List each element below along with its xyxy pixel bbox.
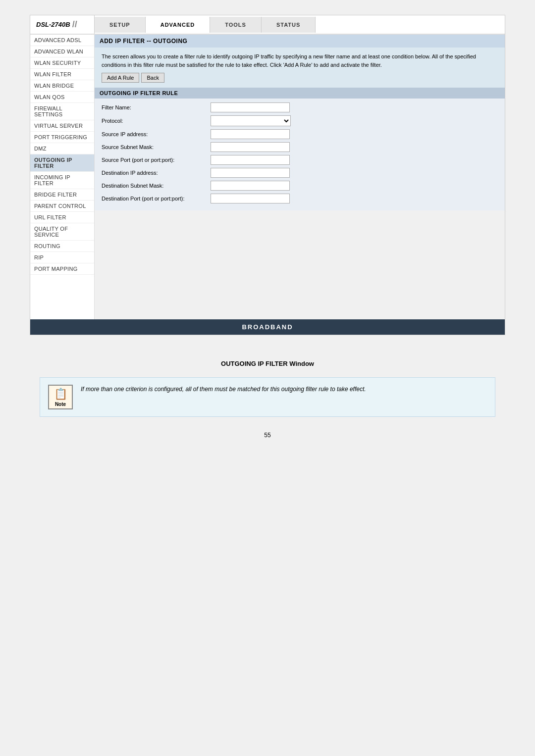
protocol-select[interactable]: TCP UDP ICMP <box>211 115 291 126</box>
note-icon-label: Note <box>55 402 66 407</box>
sidebar-item-incoming-ip-filter[interactable]: INCOMING IP FILTER <box>30 172 94 189</box>
sidebar: ADVANCED ADSL ADVANCED WLAN WLAN SECURIT… <box>30 35 95 319</box>
note-icon-container: 📋 Note <box>48 385 73 409</box>
sidebar-item-rip[interactable]: RIP <box>30 252 94 263</box>
sidebar-item-advanced-adsl[interactable]: ADVANCED ADSL <box>30 35 94 46</box>
source-ip-row: Source IP address: <box>102 129 498 139</box>
description-text: The screen allows you to create a filter… <box>102 52 498 69</box>
dest-subnet-input[interactable] <box>211 181 290 191</box>
source-ip-label: Source IP address: <box>102 131 211 137</box>
back-button[interactable]: Back <box>141 73 164 83</box>
footer-label: BROADBAND <box>242 323 293 331</box>
sidebar-item-wlan-filter[interactable]: WLAN FILTER <box>30 69 94 80</box>
filter-name-row: Filter Name: <box>102 102 498 112</box>
window-title: OUTGOING IP FILTER Window <box>30 360 505 367</box>
note-icon-img: 📋 <box>54 388 67 401</box>
sidebar-item-wlan-qos[interactable]: WLAN QOS <box>30 92 94 103</box>
main-section-header: ADD IP FILTER -- OUTGOING <box>95 35 505 48</box>
filter-name-label: Filter Name: <box>102 104 211 110</box>
page-number: 55 <box>30 432 505 439</box>
content-spacer <box>95 210 505 319</box>
button-group: Add A Rule Back <box>102 73 498 83</box>
source-port-label: Source Port (port or port:port): <box>102 157 211 163</box>
sidebar-item-routing[interactable]: ROUTING <box>30 241 94 252</box>
logo-text: DSL-2740B <box>36 21 70 28</box>
sidebar-item-url-filter[interactable]: URL FILTER <box>30 212 94 223</box>
logo-area: DSL-2740B // <box>30 15 95 34</box>
dest-ip-row: Destination IP address: <box>102 168 498 178</box>
tab-setup[interactable]: SETUP <box>95 17 146 33</box>
tab-tools[interactable]: TOOLS <box>210 17 262 33</box>
nav-tabs: SETUP ADVANCED TOOLS STATUS <box>95 17 505 33</box>
filter-name-input[interactable] <box>211 102 290 112</box>
sidebar-item-advanced-wlan[interactable]: ADVANCED WLAN <box>30 46 94 57</box>
rule-section-header: OUTGOING IP FILTER RULE <box>95 88 505 99</box>
protocol-label: Protocol: <box>102 118 211 124</box>
source-subnet-row: Source Subnet Mask: <box>102 142 498 152</box>
sidebar-item-parent-control[interactable]: PARENT CONTROL <box>30 201 94 212</box>
footer-bar: BROADBAND <box>30 319 505 335</box>
description-block: The screen allows you to create a filter… <box>95 48 505 88</box>
sidebar-item-outgoing-ip-filter[interactable]: OUTGOING IP FILTER <box>30 154 94 172</box>
sidebar-item-wlan-bridge[interactable]: WLAN BRIDGE <box>30 80 94 92</box>
protocol-row: Protocol: TCP UDP ICMP <box>102 115 498 126</box>
dest-ip-input[interactable] <box>211 168 290 178</box>
source-subnet-input[interactable] <box>211 142 290 152</box>
sidebar-item-virtual-server[interactable]: VIRTUAL SERVER <box>30 120 94 132</box>
below-section: OUTGOING IP FILTER Window 📋 Note If more… <box>30 350 505 449</box>
sidebar-item-bridge-filter[interactable]: BRIDGE FILTER <box>30 189 94 201</box>
logo-slash: // <box>72 19 77 30</box>
form-area: Filter Name: Protocol: TCP UDP ICMP Sour… <box>95 99 505 210</box>
sidebar-item-quality-of-service[interactable]: QUALITY OF SERVICE <box>30 223 94 241</box>
sidebar-item-wlan-security[interactable]: WLAN SECURITY <box>30 57 94 69</box>
add-a-rule-button[interactable]: Add A Rule <box>102 73 139 83</box>
sidebar-item-firewall-settings[interactable]: FIREWALL SETTINGS <box>30 103 94 120</box>
source-subnet-label: Source Subnet Mask: <box>102 144 211 150</box>
content-area: ADD IP FILTER -- OUTGOING The screen all… <box>95 35 505 319</box>
dest-port-input[interactable] <box>211 194 290 203</box>
header-bar: DSL-2740B // SETUP ADVANCED TOOLS STATUS <box>30 15 505 35</box>
tab-status[interactable]: STATUS <box>262 17 316 33</box>
note-box: 📋 Note If more than one criterion is con… <box>40 377 495 417</box>
dest-subnet-row: Destination Subnet Mask: <box>102 181 498 191</box>
dest-ip-label: Destination IP address: <box>102 170 211 176</box>
source-port-row: Source Port (port or port:port): <box>102 155 498 165</box>
source-ip-input[interactable] <box>211 129 290 139</box>
source-port-input[interactable] <box>211 155 290 165</box>
sidebar-item-port-triggering[interactable]: PORT TRIGGERING <box>30 132 94 143</box>
dest-subnet-label: Destination Subnet Mask: <box>102 183 211 189</box>
tab-advanced[interactable]: ADVANCED <box>146 17 211 33</box>
dest-port-label: Destination Port (port or port:port): <box>102 196 211 202</box>
sidebar-item-dmz[interactable]: DMZ <box>30 143 94 154</box>
main-layout: ADVANCED ADSL ADVANCED WLAN WLAN SECURIT… <box>30 35 505 319</box>
dest-port-row: Destination Port (port or port:port): <box>102 194 498 203</box>
sidebar-item-port-mapping[interactable]: PORT MAPPING <box>30 263 94 275</box>
note-text: If more than one criterion is configured… <box>81 385 366 394</box>
